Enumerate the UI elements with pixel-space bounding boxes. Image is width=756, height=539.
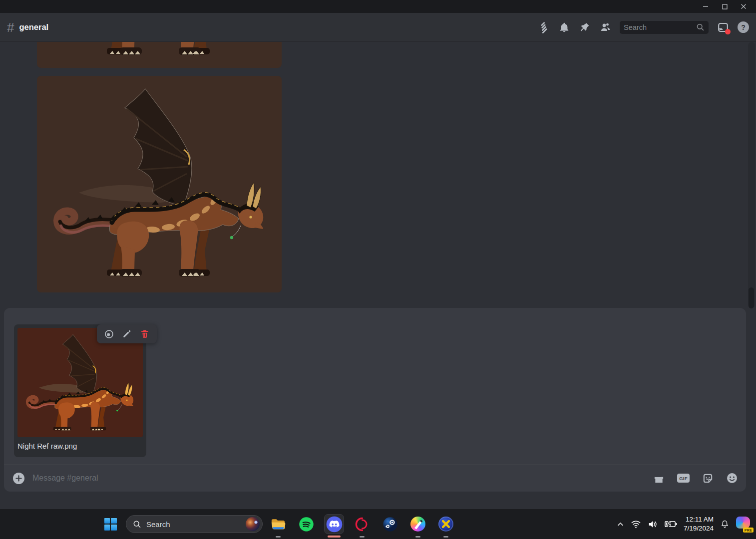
notifications-bell-icon[interactable] [720,519,730,529]
battery-charging-icon[interactable] [665,520,677,529]
sticker-icon[interactable] [702,473,714,484]
emoji-icon[interactable] [726,472,738,484]
gif-picker-icon[interactable]: GIF [677,474,690,483]
tray-time: 12:11 AM [684,515,714,524]
chat-image-cropped[interactable] [37,42,282,68]
file-explorer-icon [271,518,286,531]
system-tray: 12:11 AM 7/19/2024 PRE [617,509,752,539]
search-icon [696,23,705,31]
spoiler-eye-icon[interactable] [103,328,115,340]
help-glyph: ? [741,23,746,31]
search-highlight-image [246,517,260,531]
pinned-messages-icon[interactable] [579,21,591,33]
opera-gx-icon [355,517,370,532]
running-indicator [415,536,420,538]
x-app-icon [438,517,453,532]
chat-scrollbar-track[interactable] [748,42,755,308]
delete-trash-icon[interactable] [139,328,151,340]
copilot-logo [736,517,750,529]
running-indicator [360,536,365,538]
search-placeholder: Search [624,23,647,31]
member-list-icon[interactable] [599,21,611,33]
tray-date: 7/19/2024 [684,524,714,533]
steam-icon [382,517,398,532]
taskbar-search-icon [133,520,141,529]
taskbar-search-label: Search [146,520,170,529]
taskbar-spotify[interactable] [296,514,316,534]
taskbar-file-explorer[interactable] [268,514,288,534]
taskbar-search[interactable]: Search [126,515,263,533]
tray-chevron-up-icon[interactable] [617,521,624,528]
desktop: # general [0,0,756,539]
channel-name: general [19,22,48,32]
windows-logo-icon [104,518,117,531]
spotify-icon [299,517,314,532]
message-input-placeholder: Message #general [32,474,653,483]
gif-label: GIF [679,476,687,481]
running-indicator [443,536,448,538]
discord-icon [326,516,343,533]
active-indicator [328,536,341,538]
hash-icon: # [7,21,14,34]
search-input[interactable]: Search [620,21,709,34]
attachment-card: Night Ref raw.png [14,324,146,457]
taskbar-clock[interactable]: 12:11 AM 7/19/2024 [684,515,714,533]
taskbar-krita[interactable] [408,514,428,534]
taskbar-opera-gx[interactable] [352,514,372,534]
channel-header: # general [0,13,756,42]
composer-buttons: GIF [653,472,738,484]
attachment-filename: Night Ref raw.png [17,442,143,450]
chat-scrollbar-thumb[interactable] [749,287,754,308]
message-composer: Night Ref raw.png [4,308,746,492]
start-button[interactable] [101,515,119,533]
close-button[interactable] [734,0,753,13]
attachment-actions-toolbar [97,324,157,343]
chat-image-dragon[interactable] [37,76,282,292]
inbox-unread-badge [725,29,731,34]
taskbar-steam[interactable] [380,514,400,534]
threads-icon[interactable] [538,21,550,33]
notification-bell-icon[interactable] [558,21,570,33]
running-indicator [276,536,281,538]
help-icon[interactable]: ? [738,21,749,33]
windows-taskbar: Search [0,509,756,539]
header-toolbar: Search ? [538,21,749,34]
minimize-button[interactable] [696,0,715,13]
maximize-button[interactable] [715,0,734,13]
wifi-icon[interactable] [631,520,641,529]
taskbar-apps [268,514,456,534]
volume-icon[interactable] [648,520,658,529]
window-controls [696,0,753,13]
copilot-preview-icon[interactable]: PRE [736,517,752,532]
krita-icon [410,517,425,532]
add-attachment-button[interactable] [13,473,24,484]
attachment-thumbnail[interactable] [17,328,143,437]
inbox-icon[interactable] [717,21,729,33]
gift-icon[interactable] [653,473,665,484]
edit-pencil-icon[interactable] [121,328,133,340]
taskbar-x-app[interactable] [436,514,456,534]
message-input-row[interactable]: Message #general GIF [4,465,746,492]
taskbar-discord[interactable] [324,514,344,534]
window-titlebar [0,0,756,13]
preview-badge: PRE [743,528,754,533]
